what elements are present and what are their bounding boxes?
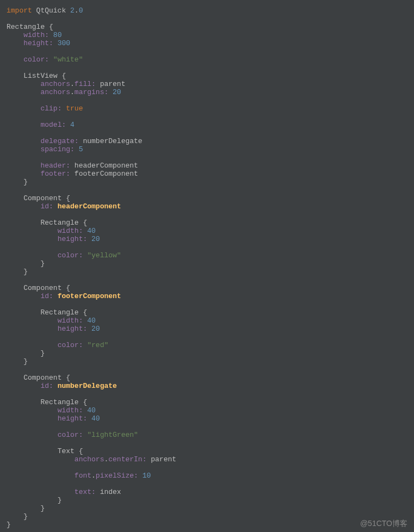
keyword-import: import (7, 7, 32, 15)
type-listview: ListView (23, 72, 61, 80)
id-numberDelegate: numberDelegate (53, 382, 117, 390)
watermark: @51CTO博客 (360, 519, 407, 528)
id-headerComponent: headerComponent (53, 202, 121, 211)
id-footerComponent: footerComponent (53, 292, 121, 300)
type-rectangle: Rectangle (7, 23, 49, 31)
type-text: Text (58, 447, 79, 455)
type-component: Component (23, 194, 66, 202)
code-block: import QtQuick 2.0 Rectangle { width: 80… (7, 7, 407, 529)
